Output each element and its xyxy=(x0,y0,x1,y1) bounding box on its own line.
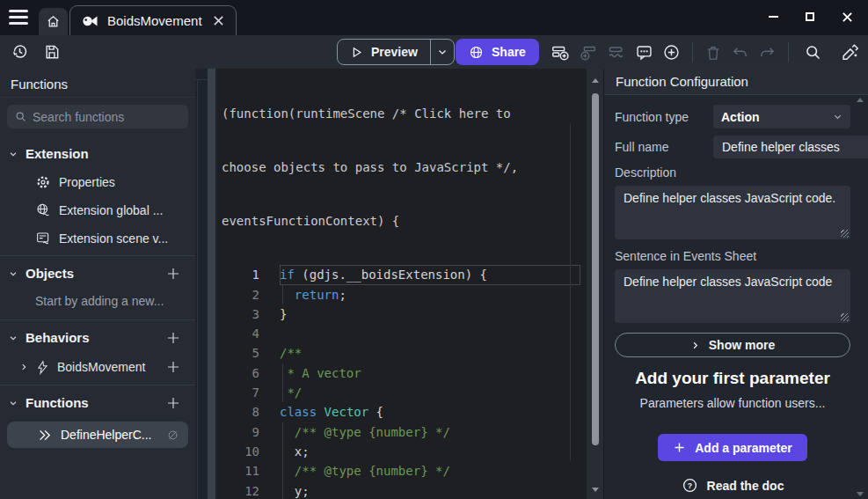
main-menu-icon[interactable] xyxy=(9,10,28,25)
resize-handle[interactable] xyxy=(841,313,849,321)
line-number: 12 xyxy=(218,481,259,499)
sidebar-section-behaviors[interactable]: Behaviors xyxy=(0,323,195,352)
code-line[interactable]: 11 /** @type {number} */ xyxy=(218,461,586,481)
code-text: return; xyxy=(280,285,580,305)
divider xyxy=(0,319,195,320)
code-line[interactable]: 3} xyxy=(218,305,586,324)
save-icon[interactable] xyxy=(43,43,61,61)
read-the-doc-label: Read the doc xyxy=(707,479,784,493)
chevron-down-icon xyxy=(9,269,18,278)
toolbar-divider xyxy=(788,42,789,62)
preview-button[interactable]: Preview xyxy=(337,39,455,65)
gear-icon xyxy=(35,174,51,190)
code-line[interactable]: 4 xyxy=(218,324,586,343)
code-line[interactable]: 8class Vector { xyxy=(218,402,586,422)
sidebar-item-extension-global-variables[interactable]: Extension global ... xyxy=(0,196,195,224)
sidebar-item-label: DefineHelperC... xyxy=(61,428,152,442)
sidebar-item-properties[interactable]: Properties xyxy=(0,168,195,196)
sidebar-item-boidsmovement[interactable]: BoidsMovement xyxy=(0,352,195,382)
code-line[interactable]: 6 * A vector xyxy=(218,363,586,383)
add-comment-icon[interactable] xyxy=(635,43,653,62)
globe-icon xyxy=(469,45,484,60)
add-circle-icon[interactable] xyxy=(662,43,681,62)
search-icon xyxy=(15,111,26,122)
preview-dropdown-button[interactable] xyxy=(430,40,454,64)
sidebar-section-functions[interactable]: Functions xyxy=(0,388,195,417)
scroll-up-icon[interactable] xyxy=(592,78,599,83)
code-text: if (gdjs.__boidsExtension) { xyxy=(280,265,580,284)
event-tree-line xyxy=(197,79,198,499)
divider xyxy=(0,385,195,385)
search-icon[interactable] xyxy=(804,43,822,62)
code-line[interactable]: 1if (gdjs.__boidsExtension) { xyxy=(218,265,586,284)
read-the-doc-link[interactable]: ? Read the doc xyxy=(615,477,850,494)
panel-scroll-down-icon[interactable] xyxy=(857,492,864,496)
window-minimize-icon[interactable] xyxy=(764,8,782,26)
code-line[interactable]: 9 /** @type {number} */ xyxy=(218,422,586,442)
add-subevent-icon[interactable] xyxy=(579,43,598,62)
tab-close-icon[interactable] xyxy=(213,15,224,26)
panel-scroll-up-icon[interactable] xyxy=(857,98,864,102)
share-label: Share xyxy=(492,45,526,59)
add-behavior-icon[interactable] xyxy=(165,330,181,346)
scroll-down-icon[interactable] xyxy=(592,488,599,492)
version-history-icon[interactable] xyxy=(11,42,29,61)
show-more-button[interactable]: Show more xyxy=(615,333,850,357)
description-textarea[interactable]: Define helper classes JavaScript code. xyxy=(615,186,850,239)
functions-sidebar: Functions Extension Properties Extension… xyxy=(0,69,195,499)
tab-boidsmovement[interactable]: BoidsMovement xyxy=(69,5,237,35)
scrollbar-thumb[interactable] xyxy=(592,93,599,445)
section-label: Objects xyxy=(26,266,74,281)
sidebar-item-label: Extension global ... xyxy=(59,203,163,217)
home-icon xyxy=(46,14,61,29)
function-type-select[interactable]: Action xyxy=(713,105,850,128)
add-object-icon[interactable] xyxy=(165,266,181,282)
edit-sparkle-icon[interactable] xyxy=(840,43,859,62)
full-name-input[interactable] xyxy=(713,136,868,158)
toolbar: Preview Share xyxy=(0,35,868,69)
js-code-event-header[interactable]: (function(runtimeScene /* Click here to … xyxy=(218,69,586,265)
sidebar-section-extension[interactable]: Extension xyxy=(0,139,195,168)
lightning-icon xyxy=(35,360,50,375)
code-line[interactable]: 10 x; xyxy=(218,442,586,461)
add-behavior-function-icon[interactable] xyxy=(165,359,181,375)
line-number: 2 xyxy=(218,285,259,305)
sidebar-item-extension-scene-variables[interactable]: Extension scene v... xyxy=(0,224,195,253)
question-circle-icon: ? xyxy=(682,477,698,494)
sentence-textarea[interactable]: Define helper classes JavaScript code xyxy=(615,269,850,323)
section-label: Behaviors xyxy=(26,330,90,345)
resize-handle[interactable] xyxy=(841,230,849,238)
function-type-value: Action xyxy=(721,110,760,124)
code-line[interactable]: 5/** xyxy=(218,343,586,363)
search-functions-box[interactable] xyxy=(7,105,188,128)
event-drag-handle[interactable] xyxy=(208,69,215,499)
chevron-down-icon xyxy=(9,150,18,158)
visibility-off-icon[interactable] xyxy=(166,429,179,442)
window-maximize-icon[interactable] xyxy=(801,8,819,26)
events-scrollbar[interactable] xyxy=(586,69,603,499)
code-editor[interactable]: 1if (gdjs.__boidsExtension) {2 return;3}… xyxy=(218,265,586,499)
full-name-label: Full name xyxy=(615,140,713,154)
add-parameter-button[interactable]: Add a parameter xyxy=(658,434,806,461)
add-other-event-icon[interactable] xyxy=(607,43,626,62)
js-code-event[interactable]: (function(runtimeScene /* Click here to … xyxy=(218,69,586,499)
sidebar-item-definehelperclasses[interactable]: DefineHelperC... xyxy=(7,422,188,448)
title-bar: BoidsMovement xyxy=(0,0,868,35)
delete-icon[interactable] xyxy=(704,44,722,62)
code-text: /** xyxy=(280,343,580,363)
sidebar-section-objects[interactable]: Objects xyxy=(0,259,195,288)
line-number: 4 xyxy=(218,324,259,343)
chevron-down-icon xyxy=(9,334,18,342)
add-event-icon[interactable] xyxy=(551,43,570,62)
code-line[interactable]: 7 */ xyxy=(218,383,586,402)
window-close-icon[interactable] xyxy=(838,8,856,26)
code-line[interactable]: 2 return; xyxy=(218,285,586,305)
share-button[interactable]: Share xyxy=(456,39,539,65)
code-line[interactable]: 12 y; xyxy=(218,481,586,499)
add-function-icon[interactable] xyxy=(165,395,181,411)
search-functions-input[interactable] xyxy=(33,110,192,124)
undo-icon[interactable] xyxy=(731,43,749,62)
tab-home[interactable] xyxy=(39,8,68,35)
redo-icon[interactable] xyxy=(758,43,777,62)
chevron-right-icon xyxy=(19,363,28,371)
